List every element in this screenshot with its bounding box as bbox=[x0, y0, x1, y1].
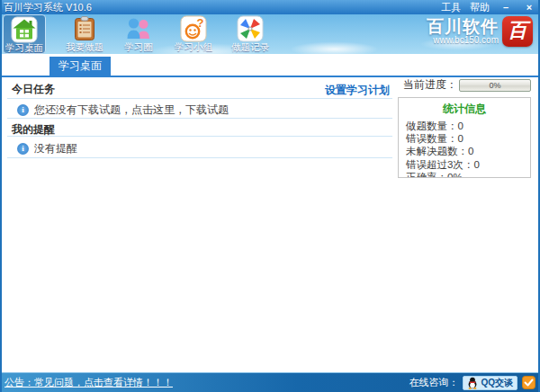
brand-area: 百川软件 www.bc150.com 百 bbox=[427, 16, 533, 47]
brand-name: 百川软件 bbox=[427, 18, 499, 36]
toolbar-item-label: 我要做题 bbox=[61, 42, 108, 52]
stat-unsolved: 未解决题数：0 bbox=[406, 145, 530, 157]
app-window: 百川学习系统 V10.6 工具 帮助 – × 学习桌面 bbox=[0, 0, 540, 392]
brand-logo-icon: 百 bbox=[502, 16, 533, 47]
status-bar: 公告：常见问题，点击查看详情！！！ 在线咨询： QQ交谈 bbox=[0, 372, 540, 392]
header-banner: 学习桌面 我要做题 bbox=[2, 14, 538, 54]
stat-accuracy: 正确率：0% bbox=[406, 171, 530, 178]
smiley-question-icon: ? bbox=[180, 15, 207, 42]
stat-label: 正确率： bbox=[406, 172, 447, 178]
title-bar: 百川学习系统 V10.6 工具 帮助 – × bbox=[0, 0, 540, 14]
toolbar-item-learning-circle[interactable]: 学习圈 bbox=[115, 14, 162, 54]
online-consult-label: 在线咨询： bbox=[409, 376, 458, 389]
message-text: 您还没有下载试题，点击这里，下载试题 bbox=[34, 102, 229, 118]
current-progress-row: 当前进度： 0% bbox=[403, 77, 531, 93]
divider bbox=[7, 98, 392, 99]
today-tasks-title: 今日任务 bbox=[12, 82, 55, 97]
stat-value: 0% bbox=[447, 172, 463, 178]
menu-help[interactable]: 帮助 bbox=[470, 1, 490, 14]
stat-value: 0 bbox=[468, 146, 473, 156]
people-icon bbox=[125, 15, 152, 42]
stat-errors-over-3: 错误超过3次：0 bbox=[406, 158, 530, 171]
progress-label: 当前进度： bbox=[403, 77, 457, 93]
download-questions-message[interactable]: i 您还没有下载试题，点击这里，下载试题 bbox=[17, 102, 229, 118]
stat-value: 0 bbox=[458, 133, 464, 144]
brand-url: www.bc150.com bbox=[427, 36, 499, 45]
tab-underline bbox=[2, 76, 538, 77]
stat-errors: 错误数量：0 bbox=[406, 132, 530, 145]
toolbar-item-label: 学习小组 bbox=[170, 42, 217, 52]
minimize-button[interactable]: – bbox=[499, 2, 513, 13]
qq-chat-button[interactable]: QQ交谈 bbox=[463, 376, 518, 390]
progress-bar: 0% bbox=[459, 79, 531, 92]
toolbar-item-learning-desktop[interactable]: 学习桌面 bbox=[3, 14, 46, 54]
statistics-title: 统计信息 bbox=[406, 102, 523, 117]
close-button[interactable]: × bbox=[522, 2, 536, 13]
toolbar-item-label: 做题记录 bbox=[225, 42, 275, 52]
divider bbox=[7, 118, 392, 119]
stat-value: 0 bbox=[473, 159, 479, 170]
window-title: 百川学习系统 V10.6 bbox=[4, 1, 92, 14]
pinwheel-icon bbox=[237, 15, 264, 42]
clipboard-icon bbox=[71, 15, 98, 42]
toolbar-item-study-group[interactable]: ? 学习小组 bbox=[170, 14, 217, 54]
set-study-plan-link[interactable]: 设置学习计划 bbox=[325, 83, 390, 98]
progress-value: 0% bbox=[460, 80, 530, 92]
no-reminders-message: i 没有提醒 bbox=[17, 141, 77, 156]
stat-value: 0 bbox=[458, 120, 464, 131]
stat-label: 错误超过3次： bbox=[406, 159, 473, 170]
tab-strip: 学习桌面 bbox=[2, 54, 538, 76]
toolbar-item-label: 学习桌面 bbox=[4, 43, 45, 53]
window-border-left bbox=[0, 0, 2, 392]
divider bbox=[7, 136, 392, 137]
toolbar-item-question-records[interactable]: 做题记录 bbox=[225, 14, 275, 54]
info-icon: i bbox=[17, 104, 29, 116]
stat-questions-done: 做题数量：0 bbox=[406, 120, 530, 132]
verified-shield-icon[interactable] bbox=[522, 376, 536, 389]
qq-penguin-icon bbox=[467, 377, 478, 389]
message-text: 没有提醒 bbox=[34, 141, 77, 156]
announcement-link[interactable]: 公告：常见问题，点击查看详情！！！ bbox=[4, 376, 173, 389]
qq-chat-label: QQ交谈 bbox=[481, 377, 513, 389]
toolbar-item-label: 学习圈 bbox=[115, 42, 162, 52]
divider bbox=[7, 157, 392, 158]
statistics-panel: 统计信息 做题数量：0 错误数量：0 未解决题数：0 错误超过3次：0 正确率：… bbox=[398, 97, 531, 178]
tab-learning-desktop[interactable]: 学习桌面 bbox=[50, 57, 111, 76]
stat-label: 错误数量： bbox=[406, 133, 458, 144]
toolbar-item-do-questions[interactable]: 我要做题 bbox=[61, 14, 108, 54]
stat-label: 未解决题数： bbox=[406, 146, 468, 156]
house-icon bbox=[11, 16, 38, 43]
stat-label: 做题数量： bbox=[406, 120, 458, 131]
svg-text:?: ? bbox=[197, 16, 204, 30]
menu-tools[interactable]: 工具 bbox=[441, 1, 461, 14]
info-icon: i bbox=[17, 143, 29, 155]
